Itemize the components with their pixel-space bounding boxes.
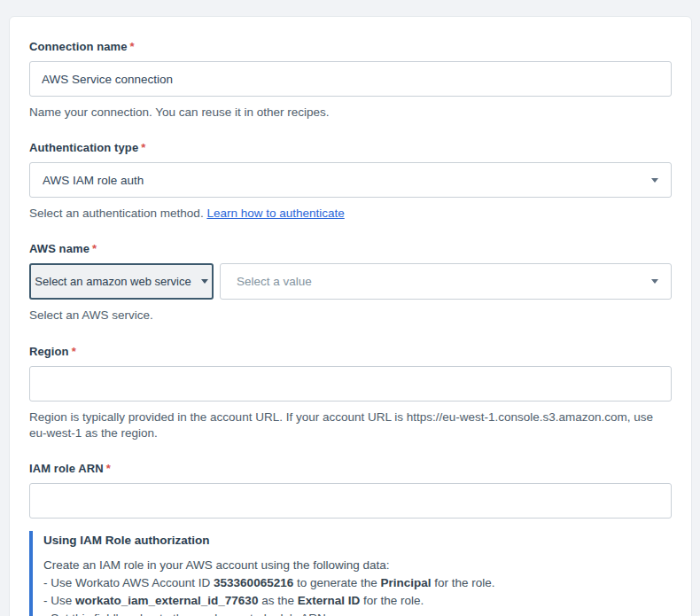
info-box-title: Using IAM Role authorization bbox=[43, 534, 672, 547]
aws-name-value-placeholder: Select a value bbox=[233, 275, 312, 288]
aws-service-picker-button[interactable]: Select an amazon web service bbox=[29, 263, 214, 300]
aws-name-helper: Select an AWS service. bbox=[29, 308, 672, 324]
authentication-type-helper-text: Select an authentication method. bbox=[29, 207, 206, 220]
info-box-bullet: - Use workato_iam_external_id_77630 as t… bbox=[43, 592, 672, 610]
region-helper: Region is typically provided in the acco… bbox=[29, 409, 672, 441]
aws-name-label-text: AWS name bbox=[29, 242, 89, 255]
required-asterisk: * bbox=[141, 141, 145, 154]
info-box-bullet: - Use Workato AWS Account ID 35336006521… bbox=[43, 574, 672, 592]
region-input[interactable] bbox=[29, 366, 672, 402]
required-asterisk: * bbox=[130, 40, 135, 53]
required-asterisk: * bbox=[92, 242, 97, 255]
required-asterisk: * bbox=[72, 345, 76, 358]
authentication-type-value: AWS IAM role auth bbox=[43, 174, 144, 187]
authentication-type-helper: Select an authentication method. Learn h… bbox=[29, 206, 672, 222]
aws-name-label: AWS name* bbox=[29, 242, 672, 255]
iam-role-arn-label-text: IAM role ARN bbox=[29, 462, 104, 475]
chevron-down-icon bbox=[201, 279, 208, 284]
chevron-down-icon bbox=[651, 178, 658, 183]
field-aws-name: AWS name* Select an amazon web service S… bbox=[29, 242, 672, 324]
required-asterisk: * bbox=[106, 462, 111, 475]
connection-name-label: Connection name* bbox=[29, 40, 672, 53]
authentication-type-label: Authentication type* bbox=[29, 141, 672, 154]
iam-role-info-box: Using IAM Role authorization Create an I… bbox=[29, 531, 672, 616]
connection-name-helper: Name your connection. You can reuse it i… bbox=[29, 105, 672, 121]
info-box-intro: Create an IAM role in your AWS account u… bbox=[43, 557, 672, 574]
authentication-type-label-text: Authentication type bbox=[29, 141, 138, 154]
field-authentication-type: Authentication type* AWS IAM role auth S… bbox=[29, 141, 672, 222]
learn-how-to-authenticate-link[interactable]: Learn how to authenticate bbox=[206, 207, 344, 220]
field-region: Region* Region is typically provided in … bbox=[29, 345, 672, 441]
aws-service-picker-label: Select an amazon web service bbox=[35, 275, 191, 288]
connection-name-input[interactable] bbox=[29, 61, 672, 97]
aws-name-row: Select an amazon web service Select a va… bbox=[29, 263, 672, 300]
iam-role-arn-label: IAM role ARN* bbox=[29, 462, 672, 475]
chevron-down-icon bbox=[651, 279, 658, 284]
region-label-text: Region bbox=[29, 345, 69, 358]
authentication-type-select[interactable]: AWS IAM role auth bbox=[29, 162, 672, 198]
connection-form-card: Connection name* Name your connection. Y… bbox=[9, 16, 692, 616]
field-iam-role-arn: IAM role ARN* bbox=[29, 462, 672, 519]
connection-name-label-text: Connection name bbox=[29, 40, 128, 53]
info-box-bullet: - Set this field's value to the newly cr… bbox=[43, 610, 672, 616]
field-connection-name: Connection name* Name your connection. Y… bbox=[29, 40, 672, 121]
aws-name-value-select[interactable]: Select a value bbox=[220, 263, 672, 300]
iam-role-arn-input[interactable] bbox=[29, 483, 672, 519]
connection-settings-page: Connection name* Name your connection. Y… bbox=[0, 0, 700, 616]
region-label: Region* bbox=[29, 345, 672, 358]
